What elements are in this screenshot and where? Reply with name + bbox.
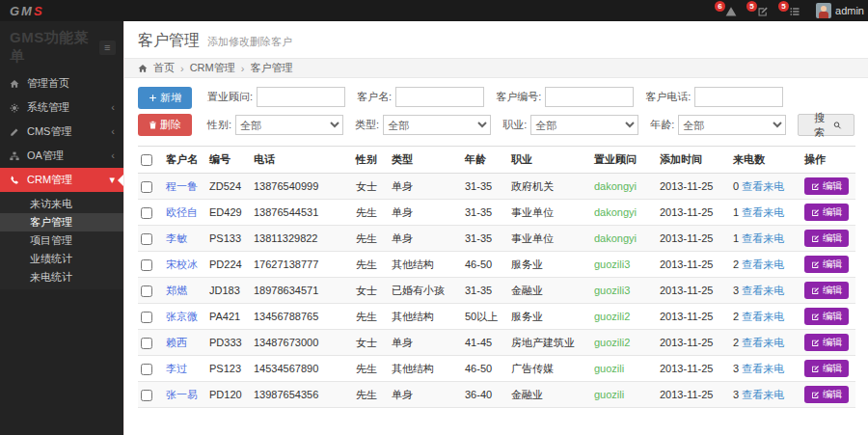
edit-button[interactable]: 编辑: [804, 334, 849, 351]
breadcrumb-separator: ›: [241, 63, 245, 74]
filter-select-1[interactable]: 全部: [383, 115, 491, 135]
sidebar-subitem-2[interactable]: 项目管理: [0, 231, 123, 250]
delete-button[interactable]: 删除: [138, 114, 192, 136]
edit-button[interactable]: 编辑: [804, 282, 849, 299]
consultant-name: guozili2: [594, 337, 630, 348]
filter-select-3[interactable]: 全部: [678, 115, 786, 135]
row-checkbox[interactable]: [141, 207, 152, 219]
filter-group-text-0: 置业顾问:: [207, 87, 345, 107]
column-header: 性别: [353, 147, 389, 174]
select-all-checkbox[interactable]: [141, 154, 152, 166]
customer-name-link[interactable]: 张一易: [166, 389, 198, 400]
consultant-name: guozili2: [594, 311, 630, 322]
customer-code: PD120: [206, 382, 251, 408]
home-icon: [10, 79, 23, 89]
view-calls-link[interactable]: 查看来电: [742, 258, 784, 270]
edit-button[interactable]: 编辑: [804, 386, 849, 403]
customer-name-link[interactable]: 赖西: [166, 337, 187, 348]
row-checkbox[interactable]: [141, 364, 152, 375]
column-header: 置业顾问: [591, 147, 657, 174]
edit-button[interactable]: 编辑: [804, 177, 849, 195]
view-calls-link[interactable]: 查看来电: [742, 363, 784, 374]
filter-label: 年龄:: [650, 118, 674, 132]
sidebar-item-1[interactable]: 系统管理‹: [0, 95, 123, 120]
hamburger-icon[interactable]: ≡: [99, 41, 116, 55]
customer-name-link[interactable]: 张京微: [166, 311, 198, 322]
customer-name-link[interactable]: 程一鲁: [166, 180, 198, 192]
filter-input-2[interactable]: [545, 87, 634, 107]
filter-label: 客户编号:: [496, 90, 541, 104]
filter-input-3[interactable]: [694, 87, 783, 107]
filter-select-0[interactable]: 全部: [235, 115, 343, 135]
breadcrumb-home[interactable]: 首页: [153, 61, 175, 75]
page-head: 客户管理 添加修改删除客户: [124, 21, 868, 58]
filter-input-0[interactable]: [257, 87, 345, 107]
sidebar-item-label: OA管理: [23, 149, 111, 163]
view-calls-link[interactable]: 查看来电: [742, 285, 784, 296]
action-buttons: 新增 删除: [138, 87, 192, 136]
view-calls-link[interactable]: 查看来电: [742, 337, 784, 348]
column-header: 类型: [389, 147, 462, 174]
consultant-name: guozili: [594, 389, 624, 400]
consultant-name: guozili: [594, 363, 624, 374]
sidebar-subitem-4[interactable]: 来电统计: [0, 268, 123, 286]
sidebar-item-label: CRM管理: [23, 173, 109, 187]
customer-phone: 13811329822: [251, 226, 353, 252]
search-button-label: 搜索: [810, 111, 828, 140]
row-checkbox[interactable]: [141, 285, 152, 297]
customer-name-link[interactable]: 欧径自: [166, 206, 198, 218]
sidebar-item-0[interactable]: 管理首页: [0, 71, 123, 95]
search-button[interactable]: 搜索: [798, 114, 854, 136]
customer-gender: 先生: [353, 382, 389, 408]
customer-type: 其他结构: [389, 304, 462, 330]
task-list-icon[interactable]: 5: [786, 4, 800, 18]
row-checkbox[interactable]: [141, 181, 152, 193]
view-calls-link[interactable]: 查看来电: [742, 180, 784, 192]
sidebar-header: GMS功能菜单 ≡: [0, 21, 123, 71]
filter-select-2[interactable]: 全部: [530, 115, 638, 135]
table-row: 李敏PS13313811329822先生单身31-35事业单位dakongyi2…: [138, 226, 855, 252]
row-checkbox[interactable]: [141, 390, 152, 401]
customer-type: 单身: [389, 382, 462, 408]
customer-name-link[interactable]: 郑燃: [166, 285, 187, 296]
calls-count: 1: [733, 232, 739, 244]
sidebar-subitem-1[interactable]: 客户管理: [0, 213, 123, 231]
edit-button[interactable]: 编辑: [804, 230, 849, 247]
row-checkbox[interactable]: [141, 312, 152, 323]
consultant-name: dakongyi: [594, 232, 637, 244]
edit-button[interactable]: 编辑: [804, 204, 849, 221]
edit-button[interactable]: 编辑: [804, 308, 849, 325]
gear-icon: [10, 103, 23, 113]
added-date: 2013-11-25: [657, 356, 730, 382]
row-checkbox[interactable]: [141, 233, 152, 245]
main-content: 客户管理 添加修改删除客户 首页 › CRM管理 › 客户管理 新增 删除 置业…: [123, 21, 868, 435]
breadcrumb-crm[interactable]: CRM管理: [190, 61, 235, 75]
edit-button-label: 编辑: [823, 310, 842, 323]
customer-name-link[interactable]: 李过: [166, 363, 187, 374]
customer-name-link[interactable]: 宋校冰: [166, 258, 198, 270]
add-button[interactable]: 新增: [138, 87, 192, 109]
sidebar-subitem-0[interactable]: 来访来电: [0, 195, 123, 213]
sidebar-item-4[interactable]: CRM管理▾: [0, 168, 123, 192]
filter-label: 性别:: [207, 118, 231, 132]
sidebar-subitem-3[interactable]: 业绩统计: [0, 250, 123, 268]
view-calls-link[interactable]: 查看来电: [742, 206, 784, 218]
filter-input-1[interactable]: [395, 87, 484, 107]
user-menu[interactable]: admin: [816, 3, 864, 18]
view-calls-link[interactable]: 查看来电: [742, 389, 784, 400]
view-calls-link[interactable]: 查看来电: [742, 232, 784, 244]
table-row: 程一鲁ZD52413876540999女士单身31-35政府机关dakongyi…: [138, 174, 855, 200]
edit-button[interactable]: 编辑: [804, 360, 849, 377]
edit-button[interactable]: 编辑: [804, 256, 849, 273]
column-header: 编号: [206, 147, 251, 174]
row-checkbox[interactable]: [141, 259, 152, 271]
sidebar-item-label: CMS管理: [23, 124, 111, 139]
sidebar-item-3[interactable]: OA管理‹: [0, 144, 123, 168]
customer-name-link[interactable]: 李敏: [166, 232, 187, 244]
sidebar-item-2[interactable]: CMS管理‹: [0, 120, 123, 144]
pencil-square-icon[interactable]: 5: [754, 4, 769, 18]
view-calls-link[interactable]: 查看来电: [742, 311, 784, 322]
alert-triangle-icon[interactable]: 6: [722, 4, 737, 18]
row-checkbox[interactable]: [141, 338, 152, 349]
customer-age: 41-45: [462, 330, 508, 356]
